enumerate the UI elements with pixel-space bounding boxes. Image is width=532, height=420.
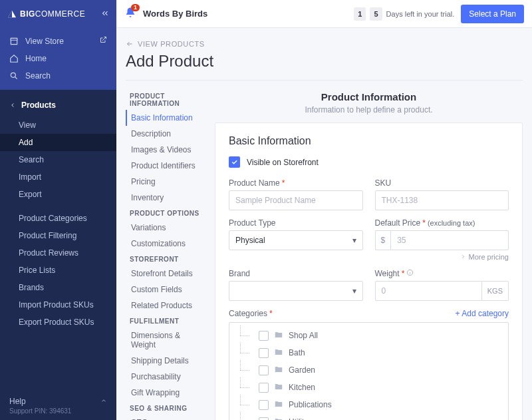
weight-unit: KGS — [482, 281, 509, 301]
chevron-right-icon — [460, 254, 466, 260]
toc-header: FULFILLMENT — [126, 314, 203, 327]
category-label: Garden — [289, 365, 315, 375]
category-row[interactable]: Garden — [236, 361, 501, 379]
toc-item-product-identifiers[interactable]: Product Identifiers — [126, 158, 203, 174]
help-link[interactable]: Help — [9, 397, 107, 406]
sidebar-subitem-product-filtering[interactable]: Product Filtering — [0, 227, 116, 244]
sidebar-header: BIGCOMMERCE — [0, 0, 116, 28]
category-row[interactable]: Utility — [236, 413, 501, 420]
toc-item-basic-information[interactable]: Basic Information — [126, 110, 203, 126]
chevron-left-icon — [9, 102, 16, 108]
currency-prefix: $ — [375, 230, 391, 250]
sidebar-subitem-add[interactable]: Add — [0, 134, 116, 151]
add-category-link[interactable]: + Add category — [456, 309, 509, 318]
sidebar-footer: Help Support PIN: 394631 — [0, 391, 116, 420]
basic-info-card: Basic Information Visible on Storefront … — [215, 122, 523, 420]
toc-item-dimensions-weight[interactable]: Dimensions & Weight — [126, 327, 203, 353]
toc-item-related-products[interactable]: Related Products — [126, 298, 203, 314]
toc-item-shipping-details[interactable]: Shipping Details — [126, 353, 203, 369]
toc-header: PRODUCT INFORMATION — [126, 89, 203, 110]
checkbox-checked-icon — [229, 156, 240, 168]
toc-item-pricing[interactable]: Pricing — [126, 174, 203, 190]
sidebar-subitem-product-reviews[interactable]: Product Reviews — [0, 244, 116, 262]
sidebar-item-view-store[interactable]: View Store — [0, 32, 116, 50]
sidebar: BIGCOMMERCE View Store Home Search — [0, 0, 116, 420]
breadcrumb-back[interactable]: VIEW PRODUCTS — [126, 40, 523, 48]
toc-item-inventory[interactable]: Inventory — [126, 190, 203, 206]
sidebar-collapse-icon[interactable] — [100, 9, 110, 20]
checkbox-unchecked-icon[interactable] — [259, 365, 269, 375]
caret-down-icon: ▾ — [352, 286, 356, 296]
checkbox-unchecked-icon[interactable] — [259, 400, 269, 410]
price-input[interactable] — [390, 230, 509, 250]
sidebar-subitem-price-lists[interactable]: Price Lists — [0, 262, 116, 279]
notification-badge: 1 — [131, 4, 140, 11]
folder-icon — [274, 399, 283, 411]
toc-item-customizations[interactable]: Customizations — [126, 236, 203, 252]
sidebar-subitem-import-product-skus[interactable]: Import Product SKUs — [0, 296, 116, 314]
category-row[interactable]: Kitchen — [236, 379, 501, 396]
sidebar-subitem-search[interactable]: Search — [0, 151, 116, 168]
folder-icon — [274, 365, 283, 376]
sidebar-subitem-view[interactable]: View — [0, 116, 116, 134]
toc-item-seo[interactable]: SEO — [126, 415, 203, 420]
toc-item-custom-fields[interactable]: Custom Fields — [126, 282, 203, 298]
home-icon — [9, 54, 19, 63]
sidebar-subitem-export[interactable]: Export — [0, 186, 116, 203]
toc-header: SEO & SHARING — [126, 401, 203, 415]
toc-item-variations[interactable]: Variations — [126, 220, 203, 236]
category-label: Bath — [289, 348, 305, 357]
sidebar-item-search[interactable]: Search — [0, 67, 116, 85]
sidebar-subitem-export-product-skus[interactable]: Export Product SKUs — [0, 314, 116, 331]
category-label: Shop All — [289, 331, 318, 340]
category-row[interactable]: Bath — [236, 344, 501, 361]
notifications-button[interactable]: 1 — [124, 7, 136, 21]
checkbox-unchecked-icon[interactable] — [259, 348, 269, 358]
section-intro: Product Information Information to help … — [215, 89, 523, 122]
toc: PRODUCT INFORMATIONBasic InformationDesc… — [126, 89, 203, 420]
page-title: Add Product — [126, 52, 523, 71]
folder-icon — [274, 347, 283, 359]
category-row[interactable]: Publications — [236, 396, 501, 413]
logo[interactable]: BIGCOMMERCE — [7, 9, 100, 19]
toc-header: STOREFRONT — [126, 252, 203, 266]
sidebar-subitem-product-categories[interactable]: Product Categories — [0, 210, 116, 227]
support-pin: Support PIN: 394631 — [9, 407, 107, 415]
info-icon[interactable] — [406, 269, 414, 278]
chevron-up-icon — [100, 397, 107, 406]
toc-item-storefront-details[interactable]: Storefront Details — [126, 266, 203, 282]
select-plan-button[interactable]: Select a Plan — [461, 5, 524, 23]
visible-toggle[interactable]: Visible on Storefront — [229, 156, 509, 168]
checkbox-unchecked-icon[interactable] — [259, 331, 269, 341]
toc-item-description[interactable]: Description — [126, 126, 203, 142]
content: VIEW PRODUCTS Add Product PRODUCT INFORM… — [116, 28, 532, 420]
sku-input[interactable] — [375, 190, 509, 210]
sidebar-subitem-brands[interactable]: Brands — [0, 279, 116, 296]
toc-item-purchasability[interactable]: Purchasability — [126, 369, 203, 385]
category-label: Kitchen — [289, 383, 315, 392]
product-type-select[interactable]: Physical ▾ — [229, 230, 363, 250]
card-title: Basic Information — [229, 135, 509, 147]
more-pricing-link[interactable]: More pricing — [375, 253, 509, 261]
category-row[interactable]: Shop All — [236, 327, 501, 344]
store-name: Words By Birds — [143, 9, 207, 19]
checkbox-unchecked-icon[interactable] — [259, 383, 269, 393]
category-label: Utility — [289, 417, 308, 420]
store-icon — [9, 37, 19, 46]
toc-item-images-videos[interactable]: Images & Videos — [126, 142, 203, 158]
caret-down-icon: ▾ — [352, 236, 356, 245]
weight-input[interactable] — [375, 281, 482, 301]
folder-icon — [274, 330, 283, 341]
trial-countdown: 1 5 Days left in your trial. — [354, 7, 454, 21]
sidebar-subitem-import[interactable]: Import — [0, 168, 116, 186]
sidebar-item-home[interactable]: Home — [0, 50, 116, 67]
checkbox-unchecked-icon[interactable] — [259, 417, 269, 421]
product-name-input[interactable] — [229, 190, 363, 210]
sidebar-primary: View Store Home Search — [0, 28, 116, 90]
toc-header: PRODUCT OPTIONS — [126, 206, 203, 220]
external-link-icon — [99, 36, 107, 46]
sidebar-section-header[interactable]: Products — [0, 97, 116, 116]
brand-select[interactable]: ▾ — [229, 281, 363, 301]
search-icon — [9, 71, 19, 81]
toc-item-gift-wrapping[interactable]: Gift Wrapping — [126, 385, 203, 401]
